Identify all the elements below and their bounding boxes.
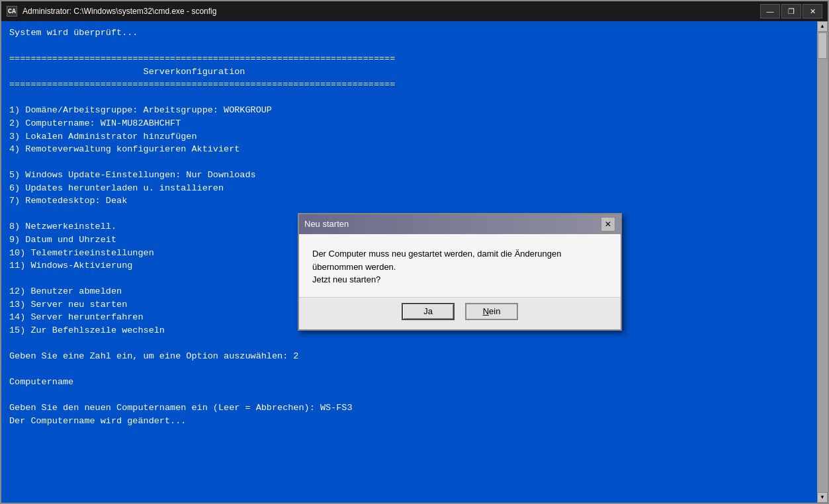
- dialog-titlebar: Neu starten ✕: [299, 214, 621, 234]
- dialog-buttons: Ja Nein: [299, 297, 621, 329]
- dialog-neu-starten: Neu starten ✕ Der Computer muss neu gest…: [298, 213, 622, 331]
- no-button[interactable]: Nein: [465, 303, 518, 320]
- no-button-label: Nein: [483, 306, 501, 316]
- dialog-title: Neu starten: [304, 218, 601, 231]
- close-button[interactable]: ✕: [803, 4, 822, 19]
- dialog-message-line3: Jetzt neu starten?: [312, 274, 380, 284]
- minimize-button[interactable]: —: [760, 4, 780, 19]
- window-controls: — ❐ ✕: [760, 4, 822, 19]
- restore-button[interactable]: ❐: [781, 4, 801, 19]
- window-frame: CA Administrator: C:\Windows\system32\cm…: [0, 0, 829, 504]
- dialog-message: Der Computer muss neu gestartet werden, …: [312, 247, 607, 286]
- dialog-message-line2: übernommen werden.: [312, 262, 396, 272]
- console-area: System wird überprüft... ===============…: [1, 21, 828, 503]
- title-bar: CA Administrator: C:\Windows\system32\cm…: [1, 1, 828, 21]
- window-title: Administrator: C:\Windows\system32\cmd.e…: [22, 7, 760, 16]
- dialog-body: Der Computer muss neu gestartet werden, …: [299, 234, 621, 329]
- dialog-close-button[interactable]: ✕: [601, 217, 615, 231]
- dialog-overlay: Neu starten ✕ Der Computer muss neu gest…: [1, 21, 828, 503]
- yes-button[interactable]: Ja: [402, 303, 455, 320]
- window-icon: CA: [7, 6, 17, 17]
- dialog-message-line1: Der Computer muss neu gestartet werden, …: [312, 249, 561, 259]
